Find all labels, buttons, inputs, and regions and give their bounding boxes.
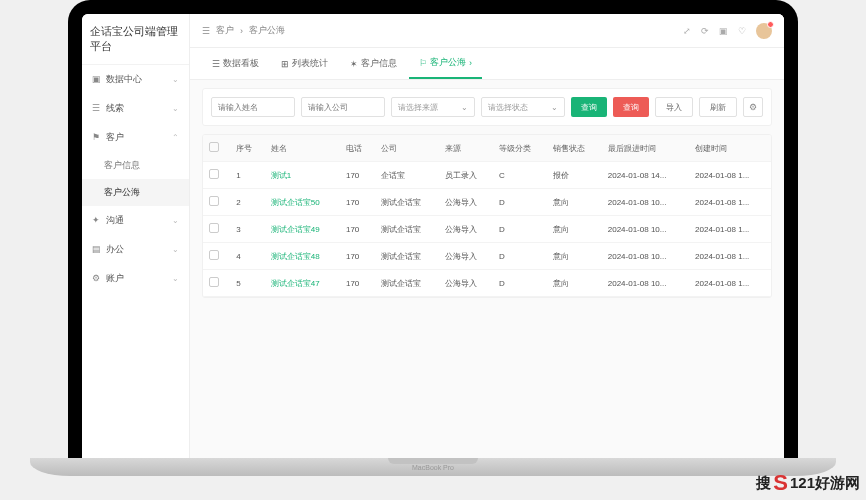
tab-customer-pool[interactable]: ⚐ 客户公海 › <box>409 48 482 79</box>
row-checkbox[interactable] <box>209 277 219 287</box>
sidebar-item-label: 线索 <box>106 103 124 113</box>
chevron-up-icon: ⌃ <box>172 133 179 142</box>
cell-name[interactable]: 测试1 <box>265 162 340 189</box>
sidebar-sub-customer-pool[interactable]: 客户公海 <box>82 179 189 206</box>
cell-index: 1 <box>230 162 265 189</box>
tab-label: 列表统计 <box>292 57 328 70</box>
settings-icon-button[interactable]: ⚙ <box>743 97 763 117</box>
customer-table: 序号 姓名 电话 公司 来源 等级分类 销售状态 最后跟进时间 创建时间 <box>203 135 771 297</box>
cell-phone: 170 <box>340 162 375 189</box>
cell-source: 公海导入 <box>439 270 493 297</box>
sidebar-sub-customer-info[interactable]: 客户信息 <box>82 152 189 179</box>
tab-list-stats[interactable]: ⊞ 列表统计 <box>271 48 338 79</box>
table-row[interactable]: 1测试1170企话宝员工录入C报价2024-01-08 14...2024-01… <box>203 162 771 189</box>
col-status: 销售状态 <box>547 135 601 162</box>
row-checkbox[interactable] <box>209 196 219 206</box>
refresh-button[interactable]: 刷新 <box>699 97 737 117</box>
sidebar-item-label: 客户 <box>106 132 124 142</box>
cell-status: 报价 <box>547 162 601 189</box>
search-button[interactable]: 查询 <box>571 97 607 117</box>
tab-icon: ⚐ <box>419 58 427 68</box>
filter-source-select[interactable]: 请选择来源 ⌄ <box>391 97 475 117</box>
cell-phone: 170 <box>340 216 375 243</box>
col-name: 姓名 <box>265 135 340 162</box>
row-checkbox[interactable] <box>209 169 219 179</box>
cell-index: 4 <box>230 243 265 270</box>
col-last: 最后跟进时间 <box>602 135 689 162</box>
refresh-icon[interactable]: ⟳ <box>701 26 709 36</box>
cell-created: 2024-01-08 1... <box>689 189 771 216</box>
tabs: ☰ 数据看板 ⊞ 列表统计 ✶ 客户信息 ⚐ 客户公海 › <box>190 48 784 80</box>
laptop-screen: 企话宝公司端管理平台 ▣数据中心 ⌄ ☰线索 ⌄ ⚑客户 ⌃ 客户信息 客户公海… <box>82 14 784 460</box>
sidebar-item-account[interactable]: ⚙账户 ⌄ <box>82 264 189 293</box>
breadcrumb-root[interactable]: 客户 <box>216 24 234 37</box>
filter-bar: 请选择来源 ⌄ 请选择状态 ⌄ 查询 查询 导入 刷新 ⚙ <box>202 88 772 126</box>
col-company: 公司 <box>375 135 439 162</box>
row-checkbox[interactable] <box>209 250 219 260</box>
filter-status-select[interactable]: 请选择状态 ⌄ <box>481 97 565 117</box>
chevron-down-icon: ⌄ <box>172 245 179 254</box>
table-row[interactable]: 3测试企话宝49170测试企话宝公海导入D意向2024-01-08 10...2… <box>203 216 771 243</box>
watermark: 搜 S 121好游网 <box>756 470 860 496</box>
filter-company-input[interactable] <box>301 97 385 117</box>
sidebar-item-dashboard[interactable]: ▣数据中心 ⌄ <box>82 65 189 94</box>
sidebar-item-label: 办公 <box>106 244 124 254</box>
sidebar-item-office[interactable]: ▤办公 ⌄ <box>82 235 189 264</box>
cell-name[interactable]: 测试企话宝48 <box>265 243 340 270</box>
cell-level: D <box>493 216 547 243</box>
office-icon: ▤ <box>92 244 102 254</box>
watermark-post: 121好游网 <box>790 474 860 493</box>
import-button[interactable]: 导入 <box>655 97 693 117</box>
cell-last: 2024-01-08 14... <box>602 162 689 189</box>
sidebar-item-customers[interactable]: ⚑客户 ⌃ <box>82 123 189 152</box>
favorite-icon[interactable]: ♡ <box>738 26 746 36</box>
dashboard-icon: ▣ <box>92 74 102 84</box>
cell-company: 测试企话宝 <box>375 243 439 270</box>
cell-company: 测试企话宝 <box>375 270 439 297</box>
tab-dashboard[interactable]: ☰ 数据看板 <box>202 48 269 79</box>
col-checkbox <box>203 135 230 162</box>
avatar[interactable] <box>756 23 772 39</box>
tab-customer-info[interactable]: ✶ 客户信息 <box>340 48 407 79</box>
cell-source: 员工录入 <box>439 162 493 189</box>
table-row[interactable]: 2测试企话宝50170测试企话宝公海导入D意向2024-01-08 10...2… <box>203 189 771 216</box>
cell-index: 3 <box>230 216 265 243</box>
laptop-notch <box>388 458 478 464</box>
cell-last: 2024-01-08 10... <box>602 270 689 297</box>
topbar: ☰ 客户 › 客户公海 ⤢ ⟳ ▣ ♡ <box>190 14 784 48</box>
sidebar: 企话宝公司端管理平台 ▣数据中心 ⌄ ☰线索 ⌄ ⚑客户 ⌃ 客户信息 客户公海… <box>82 14 190 460</box>
watermark-logo: S <box>773 470 788 496</box>
cell-name[interactable]: 测试企话宝49 <box>265 216 340 243</box>
cell-status: 意向 <box>547 270 601 297</box>
cell-source: 公海导入 <box>439 189 493 216</box>
row-checkbox[interactable] <box>209 223 219 233</box>
cell-name[interactable]: 测试企话宝50 <box>265 189 340 216</box>
sidebar-item-comm[interactable]: ✦沟通 ⌄ <box>82 206 189 235</box>
cell-company: 企话宝 <box>375 162 439 189</box>
cell-source: 公海导入 <box>439 216 493 243</box>
cell-name[interactable]: 测试企话宝47 <box>265 270 340 297</box>
table-row[interactable]: 4测试企话宝48170测试企话宝公海导入D意向2024-01-08 10...2… <box>203 243 771 270</box>
cell-company: 测试企话宝 <box>375 216 439 243</box>
table-row[interactable]: 5测试企话宝47170测试企话宝公海导入D意向2024-01-08 10...2… <box>203 270 771 297</box>
cell-created: 2024-01-08 1... <box>689 162 771 189</box>
grid-icon[interactable]: ▣ <box>719 26 728 36</box>
col-level: 等级分类 <box>493 135 547 162</box>
cell-last: 2024-01-08 10... <box>602 189 689 216</box>
col-created: 创建时间 <box>689 135 771 162</box>
select-all-checkbox[interactable] <box>209 142 219 152</box>
menu-icon[interactable]: ☰ <box>202 26 210 36</box>
filter-name-input[interactable] <box>211 97 295 117</box>
delete-button[interactable]: 查询 <box>613 97 649 117</box>
cell-phone: 170 <box>340 189 375 216</box>
tab-icon: ☰ <box>212 59 220 69</box>
leads-icon: ☰ <box>92 103 102 113</box>
chevron-down-icon: ⌄ <box>172 216 179 225</box>
chevron-down-icon: ⌄ <box>551 103 558 112</box>
expand-icon[interactable]: ⤢ <box>683 26 691 36</box>
tab-label: 客户公海 <box>430 56 466 69</box>
tab-label: 数据看板 <box>223 57 259 70</box>
sidebar-item-leads[interactable]: ☰线索 ⌄ <box>82 94 189 123</box>
cell-index: 2 <box>230 189 265 216</box>
cell-index: 5 <box>230 270 265 297</box>
